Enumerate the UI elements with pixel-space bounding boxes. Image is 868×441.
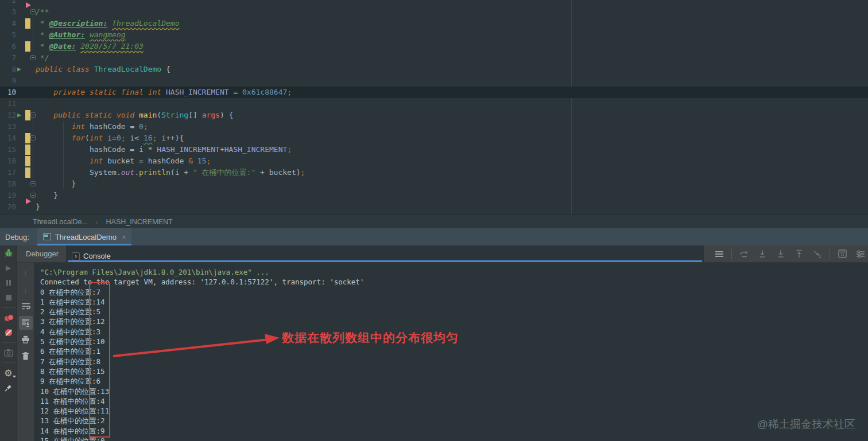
debug-session-tab[interactable]: ThreadLocalDemo × — [37, 228, 132, 245]
console-line: 1 在桶中的位置:14 — [40, 297, 868, 307]
gutter-marks — [17, 41, 36, 52]
run-gutter-icon[interactable]: ▶ — [17, 64, 21, 75]
code-line-3: 3/** — [0, 6, 868, 18]
run-gutter-icon[interactable]: ▶ — [17, 110, 21, 121]
line-number: 4 — [0, 18, 17, 29]
gutter-marks — [17, 87, 36, 98]
print-icon[interactable] — [19, 333, 33, 346]
console-line: 8 在桶中的位置:15 — [40, 366, 868, 376]
breadcrumb-file[interactable]: ThreadLocalDe... — [33, 218, 88, 226]
code-line-2: 2 — [0, 0, 868, 6]
line-number: 13 — [0, 121, 17, 132]
step-into-icon[interactable] — [755, 247, 770, 261]
scroll-to-end-icon[interactable] — [19, 316, 33, 330]
settings-icon[interactable]: ⚙ — [0, 365, 17, 380]
fold-icon[interactable] — [30, 135, 36, 141]
step-over-icon[interactable] — [737, 247, 751, 261]
line-number: 17 — [0, 167, 17, 178]
breadcrumb-member[interactable]: HASH_INCREMENT — [106, 218, 173, 226]
stop-icon[interactable] — [0, 290, 17, 305]
next-occurrence-icon[interactable]: ↓ — [19, 283, 33, 296]
run-to-cursor-icon[interactable] — [810, 247, 825, 261]
code-text — [36, 0, 868, 6]
step-out-icon[interactable] — [792, 247, 807, 261]
code-line-17: 17 System.out.println(i + " 在桶中的位置:" + b… — [0, 167, 868, 178]
code-editor[interactable]: 23/**4 * @Description: ThreadLocalDemo5 … — [0, 0, 868, 214]
debug-tab-title: ThreadLocalDemo — [55, 233, 117, 241]
console-line: 7 在桶中的位置:8 — [40, 357, 868, 366]
mute-breakpoints-icon[interactable] — [0, 325, 17, 340]
layout-settings-icon[interactable] — [853, 247, 868, 261]
changed-lines-marker — [25, 110, 30, 120]
gutter-marks — [17, 29, 36, 41]
code-line-19: 19 } — [0, 190, 868, 201]
console-line: 10 在桶中的位置:13 — [40, 387, 868, 396]
gutter-marks — [17, 121, 36, 132]
code-line-11: 11 — [0, 98, 868, 110]
clear-all-icon[interactable] — [19, 349, 33, 363]
pin-icon[interactable] — [0, 380, 17, 395]
code-text: * @Author: wangmeng — [36, 29, 868, 41]
line-number: 10 — [0, 87, 17, 98]
tab-console-label: Console — [83, 252, 111, 260]
prev-occurrence-icon[interactable]: ↑ — [19, 266, 33, 280]
changed-lines-marker — [25, 41, 30, 52]
code-line-18: 18 } — [0, 178, 868, 190]
code-text: int hashCode = 0; — [36, 121, 868, 132]
evaluate-expression-icon[interactable] — [835, 247, 850, 261]
line-number: 15 — [0, 144, 17, 155]
gutter-marks: ▶ — [17, 110, 36, 121]
line-number: 7 — [0, 52, 17, 64]
fold-icon[interactable] — [30, 9, 36, 14]
console-line: 15 在桶中的位置:0 — [40, 436, 868, 441]
code-text: public class ThreadLocalDemo { — [36, 64, 868, 75]
code-line-20: 20} — [0, 201, 868, 213]
resume-icon[interactable]: ▶ — [0, 260, 17, 275]
gutter-marks — [17, 155, 36, 167]
watermark: @稀土掘金技术社区 — [757, 417, 855, 432]
close-icon[interactable]: × — [121, 233, 126, 241]
rerun-debugger-icon[interactable] — [0, 245, 17, 260]
gutter-marks — [17, 75, 36, 87]
gutter-marks — [17, 18, 36, 29]
pause-icon[interactable] — [0, 275, 17, 290]
console-line: 12 在桶中的位置:11 — [40, 406, 868, 416]
changed-lines-marker — [25, 18, 30, 29]
fold-icon[interactable] — [30, 181, 36, 186]
code-text: hashCode = i * HASH_INCREMENT+HASH_INCRE… — [36, 144, 868, 155]
fold-icon[interactable] — [30, 112, 36, 118]
code-line-8: 8▶public class ThreadLocalDemo { — [0, 64, 868, 75]
code-text — [36, 75, 868, 87]
console-output[interactable]: "C:\Program Files\Java\jdk1.8.0_201\bin\… — [34, 263, 868, 441]
menu-icon[interactable] — [712, 247, 727, 261]
code-text: * @Description: ThreadLocalDemo — [36, 18, 868, 29]
debug-control-strip: ▶ ⚙ — [0, 245, 17, 441]
thread-dump-icon[interactable] — [0, 345, 17, 360]
breadcrumb-separator: › — [96, 218, 98, 225]
fold-icon[interactable] — [30, 193, 36, 198]
bookmark-icon[interactable] — [26, 2, 31, 8]
line-number: 12 — [0, 110, 17, 121]
force-step-into-icon[interactable] — [773, 247, 788, 261]
bookmark-icon[interactable] — [26, 198, 31, 204]
code-text: } — [36, 178, 868, 190]
code-lines: 23/**4 * @Description: ThreadLocalDemo5 … — [0, 0, 868, 213]
gutter-marks — [17, 132, 36, 144]
line-number: 14 — [0, 132, 17, 144]
debug-main-panel: Debugger › Console — [17, 245, 868, 441]
gutter-marks — [17, 167, 36, 178]
code-text: int bucket = hashCode & 15; — [36, 155, 868, 167]
code-line-9: 9 — [0, 75, 868, 87]
console-tab-icon: › — [72, 252, 80, 260]
gutter-marks — [17, 178, 36, 190]
soft-wrap-icon[interactable] — [19, 299, 33, 313]
tab-debugger[interactable]: Debugger — [18, 245, 66, 262]
line-number: 9 — [0, 75, 17, 87]
fold-icon[interactable] — [30, 55, 36, 60]
debug-tab-icon — [43, 233, 51, 240]
code-text: } — [36, 201, 868, 213]
console-line: 4 在桶中的位置:3 — [40, 327, 868, 337]
code-line-16: 16 int bucket = hashCode & 15; — [0, 155, 868, 167]
tab-console[interactable]: › Console — [66, 245, 704, 262]
view-breakpoints-icon[interactable] — [0, 310, 17, 325]
